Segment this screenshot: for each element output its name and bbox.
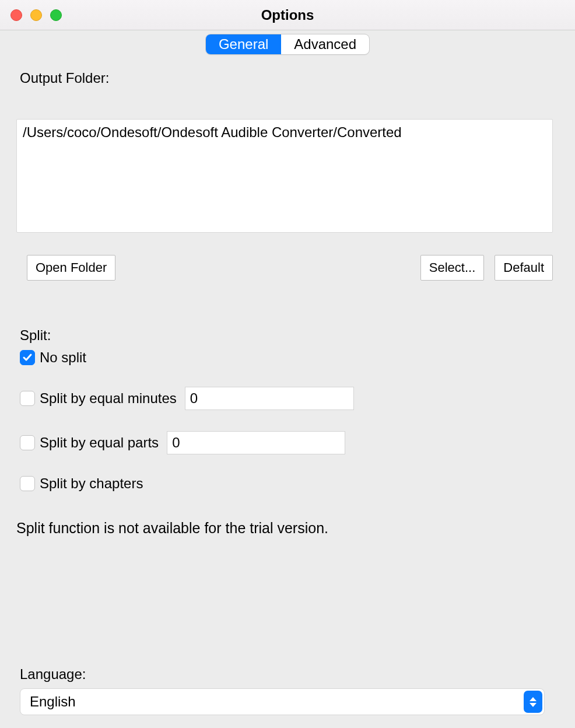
language-value: English: [30, 694, 76, 710]
titlebar: Options: [0, 0, 575, 30]
split-chapters-checkbox[interactable]: [20, 476, 35, 491]
select-button[interactable]: Select...: [420, 255, 484, 281]
split-parts-row: Split by equal parts: [20, 431, 555, 454]
split-parts-checkbox[interactable]: [20, 435, 35, 450]
split-minutes-checkbox[interactable]: [20, 391, 35, 406]
language-label: Language:: [20, 666, 555, 682]
select-caret-icon[interactable]: [524, 691, 542, 713]
split-minutes-label: Split by equal minutes: [40, 390, 177, 407]
no-split-checkbox[interactable]: [20, 350, 35, 365]
language-select[interactable]: English: [20, 688, 545, 715]
split-minutes-row: Split by equal minutes: [20, 387, 555, 410]
zoom-button[interactable]: [50, 9, 62, 21]
segmented-control: General Advanced: [205, 34, 370, 55]
split-chapters-row: Split by chapters: [20, 475, 555, 492]
no-split-row: No split: [20, 349, 555, 366]
no-split-label: No split: [40, 349, 86, 366]
output-folder-path[interactable]: /Users/coco/Ondesoft/Ondesoft Audible Co…: [16, 119, 553, 233]
window-controls: [10, 9, 62, 21]
split-section: Split: No split Split by equal minutes S…: [20, 327, 555, 537]
minimize-button[interactable]: [30, 9, 42, 21]
tab-bar: General Advanced: [0, 34, 575, 55]
split-minutes-input[interactable]: [185, 387, 354, 410]
language-select-wrap: English: [20, 688, 545, 715]
close-button[interactable]: [10, 9, 22, 21]
window-title: Options: [0, 7, 575, 23]
default-button[interactable]: Default: [495, 255, 553, 281]
output-button-row: Open Folder Select... Default: [16, 255, 553, 281]
language-section: Language: English: [20, 666, 555, 715]
split-trial-note: Split function is not available for the …: [16, 520, 555, 537]
output-folder-label: Output Folder:: [20, 70, 555, 86]
split-parts-label: Split by equal parts: [40, 435, 159, 451]
split-chapters-label: Split by chapters: [40, 475, 143, 492]
split-parts-input[interactable]: [167, 431, 345, 454]
tab-advanced[interactable]: Advanced: [281, 34, 369, 54]
split-label: Split:: [20, 327, 555, 344]
content-area: Output Folder: /Users/coco/Ondesoft/Onde…: [0, 70, 575, 728]
open-folder-button[interactable]: Open Folder: [27, 255, 115, 281]
tab-general[interactable]: General: [206, 34, 281, 54]
